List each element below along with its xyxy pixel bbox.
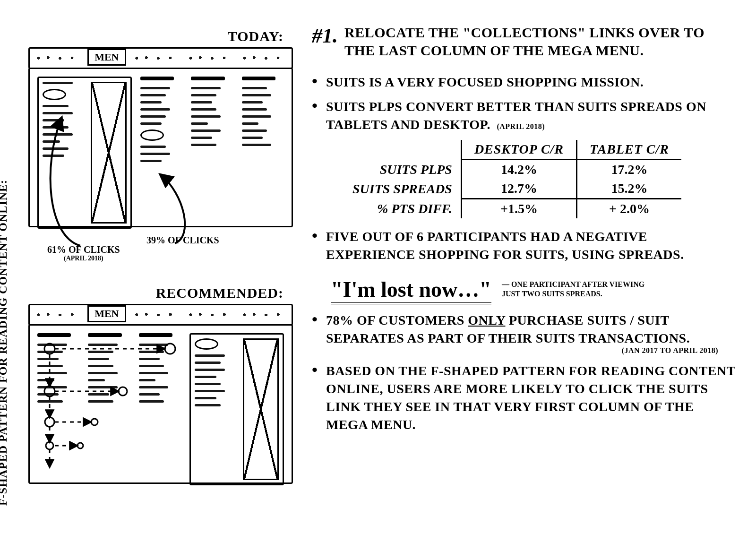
bullet-item: Suits PLPs convert better than suits spr…	[312, 98, 737, 134]
bullet-item: 78% of customers only purchase suits / s…	[312, 311, 737, 355]
menu-column	[191, 77, 233, 218]
table-row: Suits PLPs 14.2% 17.2%	[340, 160, 681, 180]
table-header-desktop: Desktop C/R	[461, 140, 576, 160]
side-label-f-pattern: F-shaped pattern for reading content onl…	[0, 180, 9, 506]
table-row: Suits Spreads 12.7% 15.2%	[340, 179, 681, 199]
heading: #1. Relocate the "Collections" links ove…	[312, 24, 737, 59]
nav-squiggle	[34, 56, 82, 60]
heading-text: Relocate the "Collections" links over to…	[344, 24, 713, 59]
menu-column	[88, 333, 130, 475]
date-note: (April 2018)	[497, 122, 545, 130]
today-wireframe: Men	[28, 47, 293, 273]
quote-text: "I'm lost now…"	[331, 277, 491, 302]
nav-bar: Men	[28, 47, 293, 69]
label-today: Today:	[28, 28, 284, 44]
nav-tab-men: Men	[87, 305, 126, 322]
menu-column	[242, 77, 284, 218]
click-annotations: 61% of clicks (April 2018) 39% of clicks	[28, 230, 293, 273]
nav-squiggle	[240, 56, 288, 60]
highlight-oval-icon	[43, 89, 66, 100]
promo-block	[189, 333, 284, 485]
nav-squiggle	[132, 56, 180, 60]
menu-column	[139, 333, 181, 475]
quote-block: "I'm lost now…" — one participant after …	[331, 277, 737, 302]
date-note: (Jan 2017 to April 2018)	[326, 345, 737, 356]
highlight-oval-icon	[195, 338, 218, 350]
table-row: % pts diff. +1.5% + 2.0%	[340, 199, 681, 219]
nav-bar: Men	[28, 304, 293, 326]
right-column: #1. Relocate the "Collections" links ove…	[312, 24, 737, 440]
label-recommended: Recommended:	[28, 285, 284, 301]
bullet-item: Based on the F-shaped pattern for readin…	[312, 362, 737, 433]
page: Today: Men	[0, 0, 756, 534]
mega-menu-recommended	[28, 324, 293, 484]
menu-column	[37, 333, 79, 475]
annotation-left: 61% of clicks (April 2018)	[47, 244, 120, 262]
annotation-right: 39% of clicks	[146, 235, 219, 245]
promo-image-placeholder-icon	[91, 82, 127, 224]
conversion-rate-table: Desktop C/R Tablet C/R Suits PLPs 14.2% …	[340, 140, 681, 218]
bullet-list: Suits is a very focused shopping mission…	[312, 73, 737, 133]
quote-attribution: — one participant after viewing just two…	[502, 280, 653, 299]
table-header-blank	[340, 140, 461, 160]
highlight-oval-icon	[140, 129, 164, 141]
table-header-tablet: Tablet C/R	[577, 140, 681, 160]
heading-number: #1.	[312, 24, 338, 48]
bullet-item: Five out of 6 participants had a negativ…	[312, 228, 737, 264]
recommended-wireframe: Men	[28, 304, 293, 484]
bullet-item: Suits is a very focused shopping mission…	[312, 73, 737, 91]
promo-text	[43, 82, 86, 224]
menu-column	[140, 77, 182, 218]
mega-menu-today	[28, 68, 293, 227]
nav-tab-men: Men	[87, 49, 126, 66]
left-column: Today: Men	[28, 28, 293, 484]
promo-block	[37, 77, 132, 229]
nav-squiggle	[186, 56, 234, 60]
promo-image-placeholder-icon	[243, 338, 279, 480]
